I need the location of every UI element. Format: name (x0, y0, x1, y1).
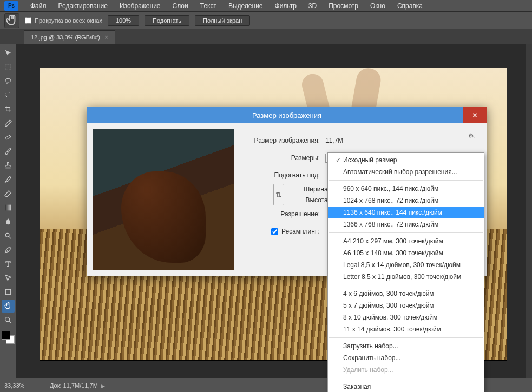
crop-tool[interactable] (2, 103, 15, 116)
gear-icon[interactable]: ⚙. (468, 132, 476, 139)
dialog-titlebar[interactable]: Размер изображения ✕ (87, 107, 487, 123)
menu-text[interactable]: Текст (195, 1, 222, 11)
dodge-tool[interactable] (2, 229, 15, 242)
zoom-100-button[interactable]: 100% (108, 15, 139, 26)
dd-1366[interactable]: 1366 x 768 пикс., 72 пикс./дюйм (328, 218, 484, 230)
dd-a4[interactable]: A4 210 x 297 мм, 300 точек/дюйм (328, 235, 484, 247)
fitto-label: Подогнать под: (239, 171, 325, 179)
dd-separator (329, 337, 483, 338)
gradient-tool[interactable] (2, 201, 15, 214)
resample-checkbox[interactable] (271, 228, 278, 235)
menu-layer[interactable]: Слои (167, 1, 194, 11)
panel-strip[interactable] (526, 44, 532, 378)
hand-tool-icon[interactable] (4, 13, 19, 28)
menu-file[interactable]: Файл (25, 1, 52, 11)
dd-custom[interactable]: Заказная (328, 381, 484, 392)
zoom-tool[interactable] (2, 314, 15, 327)
scroll-all-check[interactable] (25, 17, 31, 24)
scroll-all-checkbox[interactable]: Прокрутка во всех окнах (25, 17, 102, 24)
dd-legal[interactable]: Legal 8,5 x 14 дюймов, 300 точек/дюйм (328, 259, 484, 271)
dd-separator (329, 180, 483, 181)
magic-wand-tool[interactable] (2, 89, 15, 102)
dd-separator (329, 285, 483, 285)
dd-11x14[interactable]: 11 x 14 дюймов, 300 точек/дюйм (328, 323, 484, 335)
dd-1136[interactable]: 1136 x 640 пикс., 144 пикс./дюйм (328, 207, 484, 218)
eraser-tool[interactable] (2, 187, 15, 200)
svg-point-4 (5, 233, 9, 237)
svg-rect-3 (5, 205, 11, 211)
menu-3d[interactable]: 3D (303, 1, 322, 11)
path-select-tool[interactable] (2, 271, 15, 284)
healing-tool[interactable] (2, 131, 15, 144)
svg-rect-5 (5, 289, 10, 294)
stamp-tool[interactable] (2, 159, 15, 172)
dialog-close-button[interactable]: ✕ (463, 107, 487, 123)
menu-help[interactable]: Справка (392, 1, 428, 11)
foreground-swatch[interactable] (2, 331, 10, 340)
dd-delete: Удалить набор... (328, 364, 484, 376)
menu-edit[interactable]: Редактирование (53, 1, 113, 11)
pen-tool[interactable] (2, 243, 15, 256)
close-tab-icon[interactable]: × (104, 34, 108, 41)
app-logo: Ps (4, 1, 18, 11)
options-bar: Прокрутка во всех окнах 100% Подогнать П… (0, 12, 532, 29)
document-tab[interactable]: 12.jpg @ 33,3% (RGB/8#) × (24, 30, 115, 44)
menu-filter[interactable]: Фильтр (270, 1, 302, 11)
dd-8x10[interactable]: 8 x 10 дюймов, 300 точек/дюйм (328, 311, 484, 323)
svg-point-6 (5, 317, 9, 322)
history-brush-tool[interactable] (2, 173, 15, 186)
svg-rect-0 (5, 64, 11, 70)
fit-button[interactable]: Подогнать (145, 15, 189, 26)
eyedropper-tool[interactable] (2, 117, 15, 130)
dd-load[interactable]: Загрузить набор... (328, 340, 484, 352)
dd-4x6[interactable]: 4 x 6 дюймов, 300 точек/дюйм (328, 288, 484, 300)
brush-tool[interactable] (2, 145, 15, 158)
dd-letter[interactable]: Letter 8,5 x 11 дюймов, 300 точек/дюйм (328, 271, 484, 283)
dd-original[interactable]: ✓Исходный размер (328, 154, 484, 166)
menu-view[interactable]: Просмотр (323, 1, 364, 11)
svg-point-1 (5, 78, 10, 82)
image-size-label: Размер изображения: (239, 137, 325, 144)
marquee-tool[interactable] (2, 61, 15, 74)
image-size-value: 11,7M (325, 137, 481, 144)
svg-rect-2 (5, 135, 10, 139)
dd-960[interactable]: 960 x 640 пикс., 144 пикс./дюйм (328, 183, 484, 195)
hand-tool[interactable] (2, 300, 15, 313)
blur-tool[interactable] (2, 215, 15, 228)
color-swatches[interactable] (2, 331, 15, 344)
menu-image[interactable]: Изображение (114, 1, 166, 11)
dd-separator (329, 232, 483, 233)
menu-select[interactable]: Выделение (223, 1, 268, 11)
dd-a6[interactable]: A6 105 x 148 мм, 300 точек/дюйм (328, 247, 484, 259)
dd-separator (329, 378, 483, 378)
shape-tool[interactable] (2, 285, 15, 298)
fit-to-dropdown[interactable]: ✓Исходный размер Автоматический выбор ра… (327, 152, 484, 392)
image-preview[interactable] (93, 129, 234, 270)
dimensions-label: Размеры: (239, 154, 325, 162)
dd-save[interactable]: Сохранить набор... (328, 352, 484, 364)
doc-info[interactable]: Док: 11,7M/11,7M▶ (43, 382, 105, 389)
link-icon[interactable]: ⇅ (273, 184, 284, 205)
chevron-right-icon[interactable]: ▶ (101, 383, 105, 389)
resolution-label: Разрешение: (239, 210, 325, 218)
fullscreen-button[interactable]: Полный экран (195, 15, 250, 26)
menu-window[interactable]: Окно (365, 1, 391, 11)
document-tab-title: 12.jpg @ 33,3% (RGB/8#) (31, 34, 100, 41)
dd-5x7[interactable]: 5 x 7 дюймов, 300 точек/дюйм (328, 300, 484, 311)
tools-panel (0, 44, 16, 378)
lasso-tool[interactable] (2, 75, 15, 88)
document-tab-strip: 12.jpg @ 33,3% (RGB/8#) × (0, 29, 532, 44)
dd-1024[interactable]: 1024 x 768 пикс., 72 пикс./дюйм (328, 195, 484, 207)
zoom-level[interactable]: 33,33% (0, 382, 43, 389)
scroll-all-label: Прокрутка во всех окнах (35, 17, 102, 24)
menu-bar: Ps Файл Редактирование Изображение Слои … (0, 0, 532, 12)
resample-label: Ресамплинг: (281, 228, 319, 235)
move-tool[interactable] (2, 46, 15, 59)
dd-auto[interactable]: Автоматический выбор разрешения... (328, 166, 484, 178)
dialog-title: Размер изображения (252, 111, 321, 119)
type-tool[interactable] (2, 257, 15, 270)
